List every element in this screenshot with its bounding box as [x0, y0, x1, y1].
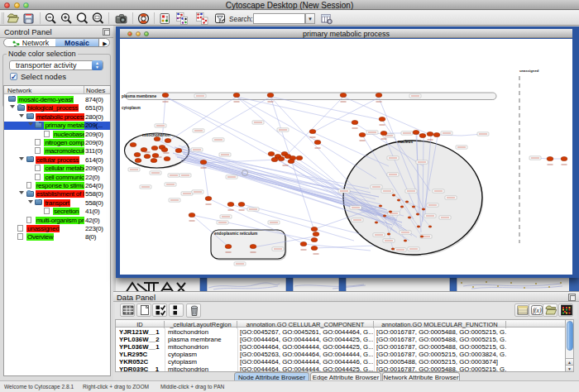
svg-text:nucleus: nucleus	[398, 140, 413, 144]
svg-text:plasma membrane: plasma membrane	[122, 94, 156, 98]
svg-text:cytoplasm: cytoplasm	[122, 106, 141, 110]
svg-text:endoplasmic reticulum: endoplasmic reticulum	[214, 232, 257, 236]
svg-text:mitochondrion: mitochondrion	[142, 133, 170, 137]
svg-text:f(x): f(x)	[533, 307, 542, 314]
svg-text:unassigned: unassigned	[519, 69, 539, 73]
